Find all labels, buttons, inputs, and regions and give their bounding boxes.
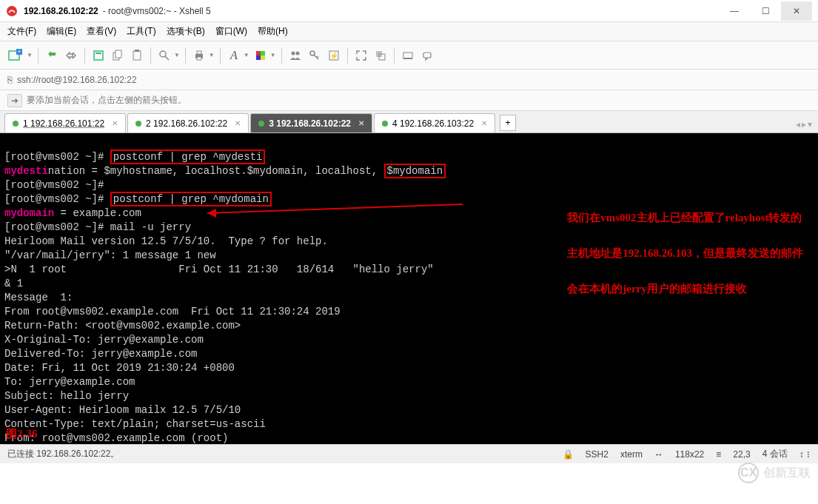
tab-label: 1 192.168.26.101:22 (23, 118, 104, 129)
menu-help[interactable]: 帮助(H) (258, 25, 288, 38)
minimize-tray-button[interactable] (400, 47, 416, 64)
svg-rect-8 (133, 51, 141, 60)
menu-window[interactable]: 窗口(W) (215, 25, 247, 38)
find-button[interactable] (156, 47, 172, 64)
addr-icon: ⎘ (7, 75, 13, 85)
paste-button[interactable] (129, 47, 145, 64)
menu-edit[interactable]: 编辑(E) (47, 25, 76, 38)
session-tab-1[interactable]: 1 192.168.26.101:22 ✕ (4, 113, 126, 132)
svg-rect-7 (115, 50, 121, 58)
protocol-label: SSH2 (586, 449, 609, 460)
watermark-text: 创新互联 (763, 466, 811, 481)
annotation-text: 我们在vms002主机上已经配置了relayhost转发的 主机地址是192.1… (567, 191, 803, 315)
new-session-button[interactable]: + (6, 47, 25, 64)
menu-view[interactable]: 查看(V) (87, 25, 116, 38)
svg-line-11 (165, 56, 169, 60)
maximize-button[interactable]: ☐ (750, 1, 781, 21)
tab-close-icon[interactable]: ✕ (112, 119, 118, 127)
title-bar: 192.168.26.102:22 - root@vms002:~ - Xshe… (0, 0, 818, 22)
dropdown-icon[interactable]: ▼ (174, 52, 180, 58)
term-line: Heirloom Mail version 12.5 7/5/10. Type … (4, 235, 328, 247)
dropdown-icon[interactable]: ▼ (27, 52, 33, 58)
menu-file[interactable]: 文件(F) (7, 25, 36, 38)
svg-rect-14 (197, 57, 201, 60)
new-tab-button[interactable]: + (500, 115, 516, 131)
svg-rect-16 (261, 51, 265, 56)
term-line: Delivered-To: jerry@example.com (4, 348, 197, 360)
hint-icon[interactable]: ➜ (7, 94, 22, 107)
font-button[interactable]: A (226, 47, 242, 64)
term-line: [root@vms002 ~]# mail -u jerry (4, 221, 191, 233)
window-title-addr: 192.168.26.102:22 (24, 6, 98, 16)
term-line: Date: Fri, 11 Oct 2019 21:30:24 +0800 (4, 362, 235, 374)
dropdown-icon[interactable]: ▼ (244, 52, 249, 58)
color-button[interactable] (252, 47, 269, 64)
lock-icon: 🔒 (563, 449, 574, 460)
hint-text: 要添加当前会话，点击左侧的箭头按钮。 (27, 94, 187, 107)
copy-button[interactable] (110, 47, 126, 64)
fullscreen-button[interactable] (353, 47, 369, 64)
users-button[interactable] (287, 47, 304, 64)
session-tab-4[interactable]: 4 192.168.26.103:22 ✕ (374, 113, 495, 132)
term-line: From: root@vms002.example.com (root) (4, 432, 228, 444)
term-line: Content-Type: text/plain; charset=us-asc… (4, 418, 266, 430)
dropdown-icon[interactable]: ▼ (270, 52, 276, 58)
svg-point-20 (295, 51, 299, 55)
toolbar: + ▼ ▼ ▼ A ▼ ▼ ⚡ (0, 41, 818, 70)
help-button[interactable] (419, 47, 435, 64)
status-dot-icon (382, 121, 388, 127)
session-count: 4 会话 (762, 448, 788, 460)
disconnect-button[interactable] (63, 47, 79, 64)
window-title-rest: - root@vms002:~ - Xshell 5 (103, 6, 211, 16)
minimize-button[interactable]: — (719, 1, 750, 21)
term-line: Return-Path: <root@vms002.example.com> (4, 320, 241, 332)
figure-label: 图2-36 (6, 427, 38, 441)
svg-rect-17 (256, 56, 261, 60)
key-button[interactable] (306, 47, 323, 64)
session-tab-3[interactable]: 3 192.168.26.102:22 ✕ (250, 113, 372, 132)
hint-bar: ➜ 要添加当前会话，点击左侧的箭头按钮。 (0, 90, 818, 111)
svg-point-10 (160, 51, 166, 57)
status-dot-icon (135, 121, 141, 127)
close-button[interactable]: ✕ (781, 1, 812, 21)
transparency-button[interactable] (372, 47, 389, 64)
watermark: CX 创新互联 (738, 463, 811, 483)
print-button[interactable] (191, 47, 207, 64)
menu-tabs[interactable]: 选项卡(B) (167, 25, 205, 38)
script-button[interactable]: ⚡ (326, 47, 342, 64)
cursor-pos: 22,3 (733, 449, 750, 460)
term-line: [root@vms002 ~]# postconf | grep ^mydest… (4, 149, 265, 164)
address-text[interactable]: ssh://root@192.168.26.102:22 (17, 75, 137, 85)
svg-text:⚡: ⚡ (329, 51, 339, 61)
tab-list-icon[interactable]: ▾ (808, 119, 812, 130)
watermark-logo: CX (738, 463, 759, 483)
svg-point-0 (7, 6, 17, 16)
dropdown-icon[interactable]: ▼ (209, 52, 215, 58)
svg-text:+: + (18, 49, 21, 55)
app-icon (6, 5, 18, 17)
session-tab-2[interactable]: 2 192.168.26.102:22 ✕ (127, 113, 249, 132)
properties-button[interactable] (90, 47, 107, 64)
tab-label: 4 192.168.26.103:22 (392, 118, 474, 129)
term-line: From root@vms002.example.com Fri Oct 11 … (4, 306, 341, 317)
tab-next-icon[interactable]: ▸ (802, 119, 806, 130)
term-line: [root@vms002 ~]# (4, 179, 104, 191)
address-bar: ⎘ ssh://root@192.168.26.102:22 (0, 70, 818, 90)
tab-prev-icon[interactable]: ◂ (796, 119, 800, 130)
term-type-label: xterm (620, 449, 643, 460)
term-line: & 1 (4, 278, 23, 289)
term-line: To: jerry@example.com (4, 376, 135, 388)
terminal-pane[interactable]: [root@vms002 ~]# postconf | grep ^mydest… (0, 133, 818, 444)
svg-rect-18 (261, 56, 265, 60)
pos-icon: ≡ (716, 449, 721, 460)
more-icon[interactable]: ↕ ⫶ (799, 449, 811, 460)
reconnect-button[interactable] (44, 47, 60, 64)
tab-close-icon[interactable]: ✕ (358, 119, 364, 127)
tab-close-icon[interactable]: ✕ (235, 119, 241, 127)
menu-tools[interactable]: 工具(T) (127, 25, 155, 38)
term-line: mydestination = $myhostname, localhost.$… (4, 164, 446, 178)
status-bar: 已连接 192.168.26.102:22。 🔒 SSH2 xterm ↔ 11… (0, 444, 818, 463)
tab-nav: ◂ ▸ ▾ (796, 119, 812, 130)
term-line: >N 1 root Fri Oct 11 21:30 18/614 "hello… (4, 263, 434, 275)
tab-close-icon[interactable]: ✕ (481, 119, 487, 127)
